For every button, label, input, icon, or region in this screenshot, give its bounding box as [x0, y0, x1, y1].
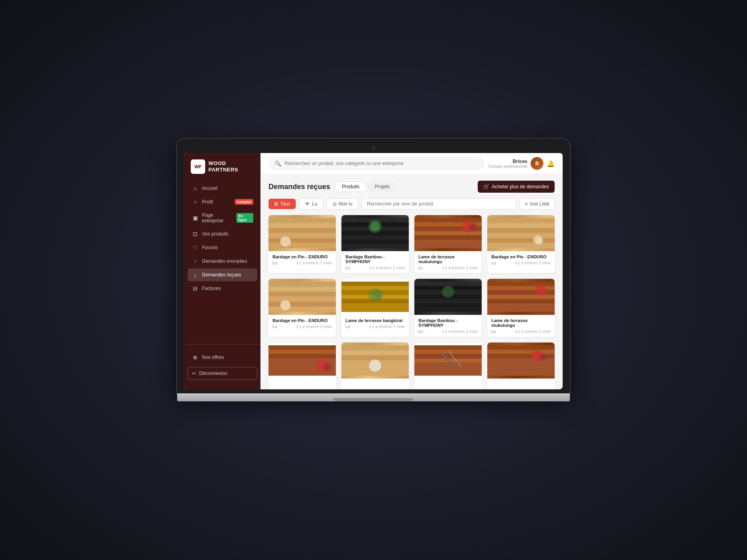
- svg-rect-56: [414, 299, 482, 303]
- buy-more-button[interactable]: 🛒 Acheter plus de demandes: [478, 181, 555, 193]
- product-name: Bardage en Pin - ENDURO: [273, 254, 332, 259]
- product-card[interactable]: [487, 342, 555, 389]
- svg-rect-25: [414, 240, 482, 244]
- sidebar-item-demandes-envoyees[interactable]: ↑ Demandes envoyées: [188, 255, 257, 268]
- user-name: Brices: [489, 159, 527, 164]
- sidebar-item-nos-offres[interactable]: ⊕ Nos offres: [188, 351, 257, 364]
- search-input[interactable]: [285, 161, 478, 166]
- product-info: Lame de terrasse bangkiraï Lu il y a env…: [341, 315, 409, 332]
- product-search-input[interactable]: [361, 198, 516, 209]
- sidebar-item-vos-produits[interactable]: ⊡ Vos produits: [188, 228, 257, 240]
- profil-badge: Complet: [235, 199, 253, 205]
- sidebar-item-page-entreprise[interactable]: ▣ Page entreprise En ligne: [188, 209, 257, 227]
- search-bar[interactable]: 🔍: [269, 157, 484, 169]
- building-icon: ▣: [192, 215, 199, 221]
- svg-rect-33: [487, 238, 555, 243]
- svg-rect-6: [269, 244, 336, 248]
- sidebar-item-factures[interactable]: ⊟ Factures: [188, 282, 257, 295]
- product-card[interactable]: [269, 342, 336, 389]
- product-info: Bardage Bambou - SYMPHONY Lu il y a envi…: [414, 315, 482, 337]
- sidebar-item-demandes-recues[interactable]: ↓ Demandes reçues: [188, 268, 257, 281]
- product-image-2: [341, 215, 409, 251]
- product-image-9: [269, 342, 336, 379]
- svg-rect-57: [414, 304, 482, 307]
- eye-icon: 👁: [305, 201, 310, 207]
- laptop-base: [177, 393, 570, 401]
- svg-rect-32: [487, 234, 555, 238]
- svg-rect-67: [269, 345, 336, 349]
- heart-icon: ♡: [192, 244, 199, 251]
- svg-point-35: [536, 238, 543, 244]
- svg-point-18: [370, 222, 380, 231]
- tab-produits[interactable]: Produits: [335, 181, 366, 192]
- product-card[interactable]: Bardage Bambou - SYMPHONY Lu il y a envi…: [341, 215, 409, 273]
- product-card[interactable]: [341, 342, 409, 389]
- tab-projets[interactable]: Projets: [368, 181, 396, 192]
- package-icon: ⊡: [192, 231, 199, 237]
- sidebar-logo: WP Wood Partners: [184, 159, 260, 182]
- product-info: Bardage en Pin - ENDURO Lu il y a enviro…: [487, 251, 555, 268]
- logo-icon: WP: [191, 159, 205, 174]
- home-icon: ⌂: [192, 185, 199, 191]
- page-title-area: Demandes reçues Produits Projets: [269, 181, 396, 192]
- svg-rect-16: [341, 244, 409, 248]
- product-name: Lame de terrasse mukulungu: [491, 318, 551, 328]
- product-info: Bardage en Pin - ENDURO Lu il y a enviro…: [269, 315, 336, 332]
- product-card[interactable]: Lame de terrasse mukulungu Lu il y a env…: [414, 215, 482, 273]
- product-image-7: [414, 279, 482, 315]
- entreprise-badge: En ligne: [236, 213, 253, 223]
- product-image-6: [341, 279, 409, 315]
- laptop-screen: WP Wood Partners ⌂ Accueil ○ Profil Comp…: [184, 153, 563, 389]
- product-name: Bardage en Pin - ENDURO: [273, 318, 332, 323]
- product-info: Lame de terrasse mukulungu Lu il y a env…: [487, 315, 555, 337]
- products-grid: Bardage en Pin - ENDURO Lu il y a enviro…: [269, 215, 555, 389]
- svg-rect-1: [269, 218, 336, 223]
- product-image-8: [487, 279, 555, 315]
- filter-unread-button[interactable]: ◎ Non lu: [327, 198, 359, 209]
- tabs-row: Produits Projets: [335, 181, 396, 192]
- svg-rect-2: [269, 224, 336, 228]
- page-header: Demandes reçues Produits Projets 🛒 Achet…: [269, 181, 555, 193]
- product-card[interactable]: [414, 342, 482, 389]
- product-info: Bardage en Pin - ENDURO Lu il y a enviro…: [269, 251, 336, 268]
- product-time: il y a environ 2 mois: [369, 324, 405, 329]
- svg-rect-5: [269, 238, 336, 243]
- sidebar-item-favoris[interactable]: ♡ Favoris: [188, 241, 257, 254]
- svg-point-89: [539, 354, 546, 361]
- notification-icon[interactable]: 🔔: [547, 160, 555, 167]
- product-card[interactable]: Bardage Bambou - SYMPHONY Lu il y a envi…: [414, 279, 482, 337]
- logout-button[interactable]: ↩ Déconnexion: [188, 367, 257, 380]
- offers-icon: ⊕: [192, 354, 199, 361]
- invoice-icon: ⊟: [192, 285, 199, 292]
- svg-point-71: [323, 363, 331, 371]
- product-image-10: [341, 342, 409, 379]
- svg-rect-3: [269, 228, 336, 233]
- avatar: B: [531, 157, 543, 170]
- sidebar-item-profil[interactable]: ○ Profil Complet: [188, 195, 257, 208]
- product-card[interactable]: Lame de terrasse mukulungu Lu il y a env…: [487, 279, 555, 337]
- filter-all-button[interactable]: ⊞ Tous: [269, 199, 296, 209]
- product-card[interactable]: Bardage en Pin - ENDURO Lu il y a enviro…: [487, 215, 555, 273]
- product-status: Lu: [418, 266, 423, 270]
- view-toggle-button[interactable]: ≡ Vue Liste: [519, 198, 555, 209]
- svg-point-65: [536, 285, 547, 296]
- svg-rect-85: [487, 345, 555, 349]
- laptop-bezel: WP Wood Partners ⌂ Accueil ○ Profil Comp…: [177, 139, 570, 393]
- svg-rect-37: [269, 282, 336, 286]
- product-status: Lu: [345, 266, 350, 270]
- product-card[interactable]: Bardage en Pin - ENDURO Lu il y a enviro…: [269, 279, 336, 337]
- filter-read-button[interactable]: 👁 Lu: [299, 198, 323, 209]
- product-info: [269, 379, 336, 389]
- eye-off-icon: ◎: [333, 201, 337, 207]
- logo-text: Wood Partners: [208, 160, 254, 173]
- product-meta: Lu il y a environ 2 mois: [273, 324, 332, 329]
- product-info: [414, 379, 482, 389]
- product-card[interactable]: Bardage en Pin - ENDURO Lu il y a enviro…: [269, 215, 336, 273]
- page-content: Demandes reçues Produits Projets 🛒 Achet…: [260, 174, 563, 389]
- product-card[interactable]: Lame de terrasse bangkiraï Lu il y a env…: [341, 279, 409, 337]
- sidebar-item-accueil[interactable]: ⌂ Accueil: [188, 182, 257, 195]
- logout-icon: ↩: [192, 371, 196, 376]
- product-status: Lu: [345, 324, 350, 329]
- search-icon: 🔍: [275, 160, 281, 167]
- svg-rect-74: [341, 351, 409, 355]
